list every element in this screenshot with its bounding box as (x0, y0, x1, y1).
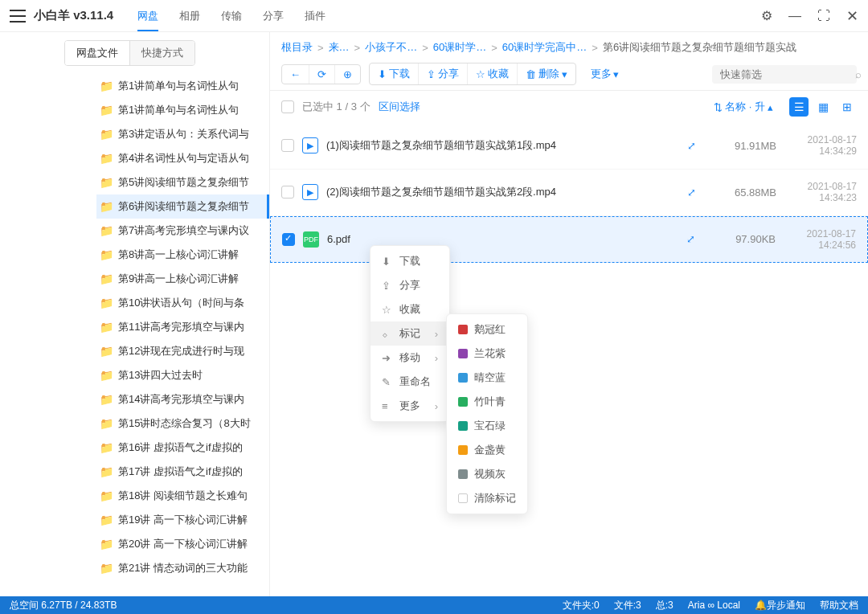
tag-color-item[interactable]: 兰花紫 (447, 342, 527, 366)
hamburger-icon[interactable] (10, 10, 26, 23)
tag-color-item[interactable]: 金盏黄 (447, 438, 527, 462)
main-tab-2[interactable]: 传输 (221, 0, 242, 31)
tree-item[interactable]: 📁第8讲高一上核心词汇讲解 (96, 243, 269, 267)
tag-color-item[interactable]: 鹅冠红 (447, 317, 527, 342)
breadcrumb-item[interactable]: 来… (329, 40, 350, 55)
favorite-button[interactable]: ☆收藏 (468, 63, 518, 84)
tag-color-item[interactable]: 清除标记 (447, 486, 527, 510)
tree-item[interactable]: 📁第6讲阅读细节题之复杂细节 (96, 194, 269, 219)
refresh-button[interactable]: ⊕ (335, 65, 360, 84)
color-swatch (458, 469, 468, 479)
file-action-icon[interactable]: ⤢ (687, 186, 696, 199)
delete-button[interactable]: 🗑删除 ▾ (518, 63, 575, 84)
breadcrumb-item[interactable]: 60课时学完高中… (502, 40, 587, 55)
share-button[interactable]: ⇪分享 (419, 63, 468, 84)
sub-tab-shortcuts[interactable]: 快捷方式 (129, 41, 194, 65)
select-all-checkbox[interactable] (281, 100, 294, 113)
context-menu-item-download[interactable]: ⬇下载 (371, 249, 449, 273)
tree-item[interactable]: 📁第13讲四大过去时 (96, 363, 269, 387)
chevron-right-icon: › (435, 328, 438, 340)
folder-icon: 📁 (100, 417, 113, 430)
forward-button[interactable]: ⟳ (309, 65, 335, 84)
tree-item[interactable]: 📁第21讲 情态动词的三大功能 (96, 556, 269, 580)
view-list-icon[interactable]: ☰ (789, 97, 809, 117)
folder-icon: 📁 (100, 345, 113, 358)
tag-color-item[interactable]: 宝石绿 (447, 414, 527, 438)
search-icon[interactable]: ⌕ (855, 68, 862, 80)
move-icon: ➜ (382, 352, 393, 364)
tree-item[interactable]: 📁第11讲高考完形填空与课内 (96, 315, 269, 339)
tree-item[interactable]: 📁第20讲 高一下核心词汇讲解 (96, 532, 269, 556)
tree-item[interactable]: 📁第5讲阅读细节题之复杂细节 (96, 170, 269, 194)
tree-item[interactable]: 📁第14讲高考完形填空与课内 (96, 387, 269, 411)
tree-item[interactable]: 📁第7讲高考完形填空与课内议 (96, 219, 269, 243)
file-size: 65.88MB (712, 186, 776, 199)
tree-item[interactable]: 📁第10讲状语从句（时间与条 (96, 291, 269, 315)
file-row[interactable]: ▶(1)阅读细节题之复杂细节题细节题实战第1段.mp4⤢91.91MB2021-… (270, 123, 868, 170)
file-row[interactable]: ▶(2)阅读细节题之复杂细节题细节题实战第2段.mp4⤢65.88MB2021-… (270, 170, 868, 216)
main-tab-1[interactable]: 相册 (179, 0, 200, 31)
tree-item[interactable]: 📁第4讲名词性从句与定语从句 (96, 146, 269, 170)
toolbar: ← ⟳ ⊕ ⬇下载 ⇪分享 ☆收藏 🗑删除 ▾ 更多 ▾ ⌕ (270, 59, 868, 90)
view-grid-icon[interactable]: ▦ (813, 97, 833, 117)
list-header: 已选中 1 / 3 个 区间选择 ⇅ 名称 · 升 ▴ ☰ ▦ ⊞ (270, 90, 868, 123)
folder-icon: 📁 (100, 369, 113, 382)
tree-item[interactable]: 📁第9讲高一上核心词汇讲解 (96, 267, 269, 291)
sub-tab-files[interactable]: 网盘文件 (65, 41, 129, 65)
context-menu-item-more[interactable]: ≡更多› (371, 394, 449, 418)
breadcrumb-item[interactable]: 第6讲阅读细节题之复杂细节题细节题实战 (603, 40, 796, 55)
status-aria[interactable]: Aria ∞ Local (688, 600, 740, 611)
tag-color-item[interactable]: 竹叶青 (447, 390, 527, 414)
tree-item[interactable]: 📁第15讲时态综合复习（8大时 (96, 411, 269, 436)
file-action-icon[interactable]: ⤢ (686, 233, 695, 245)
file-size: 91.91MB (712, 140, 776, 152)
close-icon[interactable]: ✕ (846, 7, 858, 25)
color-swatch (458, 421, 468, 431)
search-input[interactable] (720, 68, 855, 80)
minimize-icon[interactable]: — (788, 9, 801, 23)
tree-item[interactable]: 📁第3讲定语从句：关系代词与 (96, 122, 269, 146)
breadcrumb-item[interactable]: 60课时学… (433, 40, 486, 55)
context-menu-item-share[interactable]: ⇪分享 (371, 273, 449, 297)
context-menu-item-tag[interactable]: ⬦标记› (371, 321, 449, 346)
more-button[interactable]: 更多 ▾ (584, 63, 625, 84)
folder-icon: 📁 (100, 297, 113, 309)
main-tab-0[interactable]: 网盘 (137, 0, 158, 31)
file-checkbox[interactable] (282, 233, 295, 246)
tree-item[interactable]: 📁第17讲 虚拟语气之if虚拟的 (96, 460, 269, 484)
main-tab-3[interactable]: 分享 (263, 0, 284, 31)
file-action-icon[interactable]: ⤢ (687, 140, 696, 152)
tree-item[interactable]: 📁第1讲简单句与名词性从句 (96, 98, 269, 122)
tree-item[interactable]: 📁第12讲现在完成进行时与现 (96, 339, 269, 363)
context-menu-item-rename[interactable]: ✎重命名 (371, 370, 449, 394)
context-menu-item-star[interactable]: ☆收藏 (371, 297, 449, 321)
status-help[interactable]: 帮助文档 (820, 599, 858, 612)
tree-label: 第9讲高一上核心词汇讲解 (118, 272, 239, 286)
tag-color-item[interactable]: 晴空蓝 (447, 366, 527, 390)
tree-item[interactable]: 📁第1讲简单句与名词性从句 (96, 74, 269, 98)
tree-item[interactable]: 📁第18讲 阅读细节题之长难句 (96, 484, 269, 508)
share-icon: ⇪ (382, 280, 393, 292)
breadcrumb-item[interactable]: 根目录 (281, 40, 313, 55)
file-checkbox[interactable] (281, 186, 294, 199)
settings-icon[interactable]: ⚙ (761, 8, 772, 23)
tree-item[interactable]: 📁第16讲 虚拟语气之if虚拟的 (96, 436, 269, 460)
context-menu-item-move[interactable]: ➜移动› (371, 346, 449, 370)
status-sync[interactable]: 🔔异步通知 (755, 599, 805, 612)
tree-item[interactable]: 📁第19讲 高一下核心词汇讲解 (96, 508, 269, 532)
breadcrumb-item[interactable]: 小孩子不… (365, 40, 417, 55)
back-button[interactable]: ← (282, 65, 309, 84)
range-select[interactable]: 区间选择 (379, 100, 420, 114)
status-total: 总:3 (656, 599, 674, 612)
maximize-icon[interactable]: ⛶ (817, 9, 830, 23)
sort-control[interactable]: ⇅ 名称 · 升 ▴ (714, 100, 773, 114)
folder-icon: 📁 (100, 562, 113, 575)
search-box[interactable]: ⌕ (712, 65, 857, 84)
file-checkbox[interactable] (281, 139, 294, 152)
main-tab-4[interactable]: 插件 (305, 0, 326, 31)
folder-icon: 📁 (100, 441, 113, 454)
view-large-icon[interactable]: ⊞ (837, 97, 857, 117)
file-row[interactable]: PDF6.pdf⤢97.90KB2021-08-1714:24:56 (270, 216, 868, 264)
tag-color-item[interactable]: 视频灰 (447, 462, 527, 486)
download-button[interactable]: ⬇下载 (370, 63, 419, 84)
